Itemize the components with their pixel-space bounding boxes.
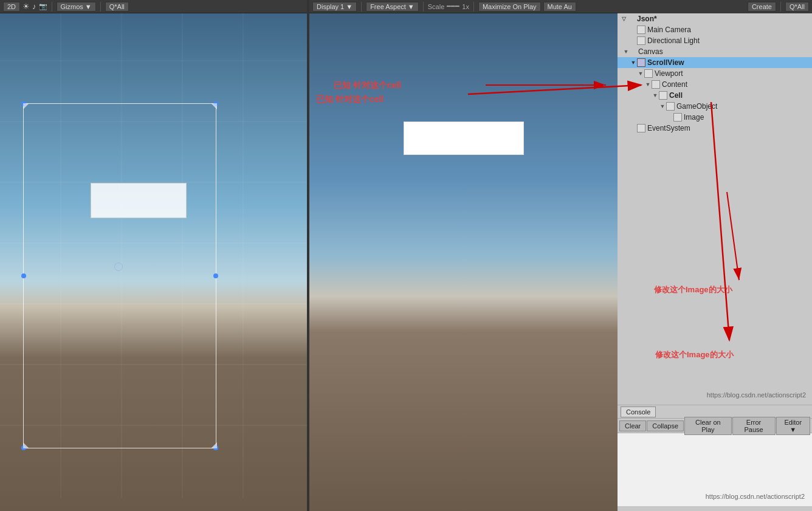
hierarchy-panel: Create Q*All ▽ ▽ Json* Json*: [618, 0, 812, 405]
hierarchy-item-canvas[interactable]: ▼ Canvas: [618, 46, 812, 57]
gameobject-arrow: ▼: [659, 103, 666, 109]
display-button[interactable]: Display 1 ▼: [312, 2, 357, 12]
root-arrow: ▽: [620, 16, 627, 22]
gameobject-checkbox[interactable]: [666, 102, 675, 111]
handle-tr[interactable]: [213, 101, 218, 106]
scrollview-label: ScrollView: [647, 58, 684, 67]
hierarchy-item-gameobject[interactable]: ▼ GameObject: [618, 101, 812, 112]
sun-icon: ☀: [22, 2, 30, 11]
hierarchy-item-scrollview[interactable]: ▼ ScrollView: [618, 57, 812, 68]
hierarchy-item-eventsystem[interactable]: EventSystem: [618, 123, 812, 134]
scrollview-arrow: ▼: [630, 60, 637, 66]
console-collapse-btn[interactable]: Collapse: [647, 420, 684, 431]
console-body: [618, 433, 812, 506]
maximize-button[interactable]: Maximize On Play: [478, 2, 541, 12]
scene-view[interactable]: 2D ☀ ♪ 📷 Gizmos ▼ Q*All: [0, 0, 307, 511]
light-checkbox[interactable]: [637, 36, 645, 45]
hierarchy-top-toolbar: Create Q*All: [618, 0, 812, 13]
hierarchy-item-image[interactable]: Image: [618, 112, 812, 123]
cell-arrow: ▼: [652, 92, 659, 98]
cell-inner-rect: [91, 183, 187, 218]
annotation-arrows: [309, 0, 618, 511]
eventsystem-checkbox[interactable]: [637, 124, 645, 132]
annotation-cell-text: 已知 针对这个cell: [334, 80, 401, 91]
hierarchy-item-content[interactable]: ▼ Content: [618, 79, 812, 90]
toolbar-separator-4: [423, 2, 424, 12]
console-editor-btn[interactable]: Editor ▼: [776, 417, 810, 435]
game-cell-rect: [404, 122, 524, 155]
content-label: Content: [662, 80, 687, 89]
cell-label: Cell: [669, 91, 683, 100]
content-arrow: ▼: [644, 81, 652, 87]
canvas-label: Canvas: [638, 47, 663, 56]
toolbar-separator-1: [52, 2, 52, 12]
annotation-image-text: 修改这个Image的大小: [654, 284, 732, 295]
annotation-image-area: 修改这个Image的大小: [618, 283, 812, 405]
console-toolbar: Clear Collapse Clear on Play Error Pause…: [618, 419, 812, 433]
create-button[interactable]: Create: [748, 2, 776, 12]
scrollview-checkbox[interactable]: [637, 58, 645, 67]
handle-br[interactable]: [213, 445, 218, 450]
console-tab[interactable]: Console: [621, 406, 656, 417]
hierarchy-item-cell[interactable]: ▼ Cell: [618, 90, 812, 101]
toolbar-separator-3: [361, 2, 362, 12]
canvas-rect[interactable]: [23, 103, 216, 448]
gameobject-label: GameObject: [676, 102, 717, 111]
viewport-label: Viewport: [655, 69, 683, 78]
hierarchy-root[interactable]: ▽ ▽ Json* Json*: [618, 13, 812, 24]
viewport-checkbox[interactable]: [644, 69, 653, 78]
scene-toolbar: 2D ☀ ♪ 📷 Gizmos ▼ Q*All: [0, 0, 307, 13]
root-label-text: Json*: [637, 15, 657, 23]
center-circle: [114, 262, 123, 271]
handle-mr[interactable]: [213, 273, 218, 278]
url-text: https://blog.csdn.net/actionscript2: [707, 391, 806, 399]
2d-button[interactable]: 2D: [3, 2, 20, 12]
game-view[interactable]: Display 1 ▼ Free Aspect ▼ Scale ━━━ 1x M…: [309, 0, 618, 511]
content-checkbox[interactable]: [652, 80, 660, 89]
hierarchy-item-main-camera[interactable]: Main Camera: [618, 24, 812, 35]
camera-icon: 📷: [39, 2, 47, 10]
hierarchy-item-directional-light[interactable]: Directional Light: [618, 35, 812, 46]
image-label: Image: [684, 113, 704, 122]
console-error-pause-btn[interactable]: Error Pause: [732, 417, 776, 435]
hierarchy-list: ▽ ▽ Json* Json* Main Camera: [618, 13, 812, 283]
console-panel: Console Clear Collapse Clear on Play Err…: [618, 405, 812, 511]
handle-tl[interactable]: [21, 101, 26, 106]
canvas-arrow: ▼: [622, 49, 630, 55]
toolbar-separator-6: [780, 2, 781, 12]
scale-number: 1x: [462, 3, 469, 10]
light-label: Directional Light: [647, 36, 700, 45]
mute-button[interactable]: Mute Au: [543, 2, 576, 12]
console-clear-btn[interactable]: Clear: [619, 420, 646, 431]
gizmos-button[interactable]: Gizmos ▼: [57, 2, 96, 12]
scale-label: Scale: [428, 3, 445, 10]
handle-bl[interactable]: [21, 445, 26, 450]
camera-icon-label: Main Camera: [647, 26, 691, 34]
toolbar-separator-2: [100, 2, 101, 12]
scale-value: ━━━: [447, 2, 459, 10]
q-all-right-button[interactable]: Q*All: [785, 2, 809, 12]
hierarchy-item-viewport[interactable]: ▼ Viewport: [618, 68, 812, 79]
camera-checkbox[interactable]: [637, 26, 645, 34]
q-all-button[interactable]: Q*All: [105, 2, 129, 12]
right-panel: Create Q*All ▽ ▽ Json* Json*: [618, 0, 812, 511]
viewport-arrow: ▼: [637, 70, 644, 77]
console-clear-on-play-btn[interactable]: Clear on Play: [684, 417, 732, 435]
aspect-button[interactable]: Free Aspect ▼: [366, 2, 419, 12]
image-checkbox[interactable]: [673, 113, 682, 122]
handle-ml[interactable]: [21, 273, 26, 278]
game-toolbar: Display 1 ▼ Free Aspect ▼ Scale ━━━ 1x M…: [309, 0, 618, 13]
audio-icon: ♪: [32, 2, 36, 11]
cell-checkbox[interactable]: [659, 91, 667, 100]
eventsystem-label: EventSystem: [647, 124, 690, 132]
toolbar-separator-5: [473, 2, 474, 12]
